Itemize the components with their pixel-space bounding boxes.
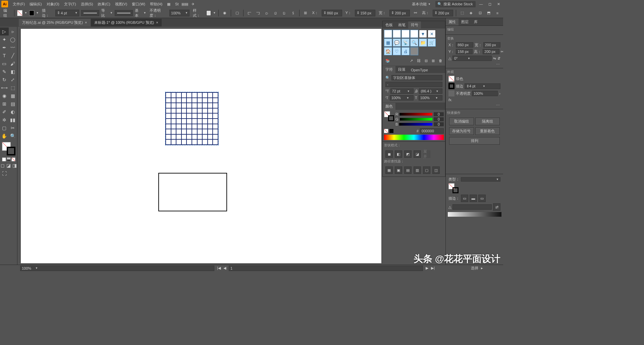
symbol-item[interactable] [410,30,418,38]
symbol-print-icon[interactable]: 🖨 [401,47,410,55]
red-slider[interactable] [399,113,432,116]
tab-color[interactable]: 颜色 [383,103,395,110]
width-tool[interactable]: ⟷ [0,84,9,92]
chevron-down-icon[interactable]: ▼ [36,11,39,14]
stroke-swatch-icon[interactable] [388,115,394,121]
save-symbol-button[interactable]: 存储为符号 [449,127,474,135]
y-input[interactable]: ⇕ [355,10,375,16]
prop-opacity-input[interactable] [474,91,487,95]
leading-input[interactable] [421,89,436,93]
flip-h-icon[interactable]: ⇋ [493,56,496,61]
hex-input[interactable] [422,129,435,133]
intersect-icon[interactable]: ◩ [404,150,412,158]
document-tab[interactable]: 未标题-1* @ 100% (RGB/GPU 预览) × [91,19,162,26]
link-wh-icon[interactable]: ⚯ [412,9,419,17]
fill-stroke-control[interactable] [2,142,15,155]
type-tool[interactable]: T [0,52,9,60]
column-graph-tool[interactable]: ▮▮ [9,116,17,124]
vscale-input[interactable] [391,96,407,100]
font-size-input[interactable] [392,89,407,93]
black-swatch-icon[interactable] [389,129,393,133]
merge-icon[interactable]: ▤ [404,166,412,174]
blend-tool[interactable]: ◐ [9,108,17,116]
symbol-folder-icon[interactable]: 📁 [419,39,427,47]
direct-selection-tool[interactable]: ▹ [9,27,17,36]
symbol-favorite-icon[interactable]: ♡ [393,47,401,55]
prop-angle-input[interactable] [454,56,468,60]
x-input[interactable]: ⇕ [322,10,342,16]
lasso-tool[interactable]: ◯ [9,36,17,44]
tab-properties[interactable]: 属性 [446,18,459,25]
menu-file[interactable]: 文件(F) [11,1,27,7]
menu-effect[interactable]: 效果(C) [96,1,112,7]
gradient-tool[interactable]: ▤ [9,100,17,108]
menu-window[interactable]: 窗口(W) [130,1,147,7]
symbol-item[interactable] [384,30,392,38]
shape-builder-tool[interactable]: ◉ [0,92,9,100]
new-symbol-icon[interactable]: ⊞ [432,59,435,63]
symbol-options-icon[interactable]: ⊟ [425,59,428,63]
tab-character[interactable]: 字符 [383,66,395,73]
close-icon[interactable]: × [85,20,87,24]
workspace-switcher[interactable]: 基本功能 ▼ [409,1,433,7]
menu-select[interactable]: 选择(S) [79,1,95,7]
stock-icon[interactable]: St [173,0,180,8]
symbol-dropdown[interactable]: ▼ [419,30,427,38]
red-value[interactable]: 0 [434,112,444,116]
bridge-icon[interactable]: ▦ [165,0,172,8]
trim-icon[interactable]: ▣ [395,166,402,174]
unite-icon[interactable]: ◼ [385,150,393,158]
menu-help[interactable]: 帮助(H) [148,1,164,7]
align-to-icon[interactable]: ▢ [234,9,240,17]
stroke-align-1-icon[interactable]: ▭ [461,195,468,202]
stroke-align-2-icon[interactable]: ▬ [470,195,477,202]
slice-tool[interactable]: ✂ [9,124,17,132]
divide-icon[interactable]: ▦ [385,166,393,174]
hand-tool[interactable]: ✋ [0,132,9,140]
none-swatch-icon[interactable] [384,129,388,133]
chevron-down-icon[interactable]: ▼ [144,11,146,14]
zoom-select[interactable]: ▼ [20,266,214,271]
link-icon[interactable]: ⚯ [501,50,503,54]
align-top-icon[interactable]: ⫑ [272,9,279,17]
chevron-down-icon[interactable]: ▼ [110,11,113,14]
symbol-blank[interactable] [410,47,418,55]
chevron-right-icon[interactable]: ▸ [481,266,483,270]
gradient-preview[interactable] [448,212,501,217]
more-options-icon[interactable]: ⋯ [496,103,500,107]
ungroup-button[interactable]: 取消编组 [449,118,474,125]
break-link-icon[interactable]: ⛓ [417,59,421,63]
minus-back-icon[interactable]: ◫ [432,166,440,174]
close-icon[interactable]: × [156,20,158,24]
w-input[interactable]: ⇕ [389,10,410,16]
style-swatch[interactable] [206,10,211,16]
line-segment-tool[interactable]: ╱ [9,52,17,60]
fill-swatch[interactable] [17,10,22,16]
brush-definition[interactable] [115,10,133,16]
align-bottom-icon[interactable]: ⫓ [290,9,297,17]
scale-tool[interactable]: ⤢ [9,76,17,84]
selection-tool[interactable]: ▷ [0,27,9,36]
maximize-button[interactable]: ◻ [486,1,493,7]
align-left-icon[interactable]: ⫍ [246,9,253,17]
symbol-home-icon[interactable]: 🏠 [384,47,392,55]
symbol-library-icon[interactable]: 📚 [385,59,390,63]
symbol-item[interactable] [401,30,410,38]
artboard-tool[interactable]: ▢ [0,124,9,132]
color-mode-icon[interactable] [2,157,6,161]
chevron-down-icon[interactable]: ▼ [75,11,77,14]
symbol-search-icon[interactable]: 🔍 [410,39,418,47]
perspective-grid-tool[interactable]: ▦ [9,92,17,100]
prop-w-input[interactable] [485,43,498,47]
arrange-button[interactable]: 排列 [449,137,500,145]
close-button[interactable]: ✕ [495,1,502,7]
opacity-input[interactable]: ▼ [169,10,190,16]
tab-swatches[interactable]: 色板 [383,21,395,28]
align-right-icon[interactable]: ⫐ [264,9,270,17]
place-symbol-icon[interactable]: ↗ [410,59,413,63]
mesh-tool[interactable]: ⊞ [0,100,9,108]
panel-menu-icon[interactable]: ≡ [494,9,501,17]
tab-layers[interactable]: 图层 [459,18,471,25]
eyedropper-tool[interactable]: ✐ [0,108,9,116]
stroke-swatch[interactable] [448,83,454,89]
